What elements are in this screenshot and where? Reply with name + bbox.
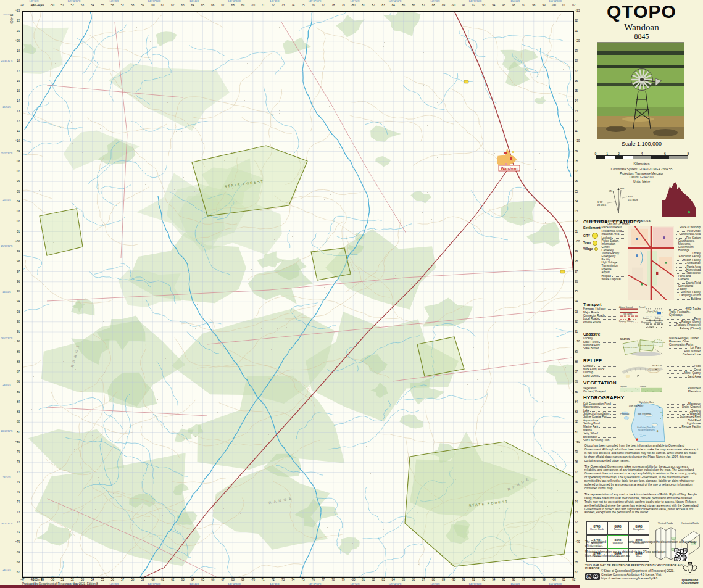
leader-line xyxy=(597,389,617,389)
leader-line xyxy=(667,424,686,424)
grid-number: ⁷50 xyxy=(48,578,57,581)
grid-number: 87 xyxy=(419,578,428,581)
grid-number: 97 xyxy=(520,4,528,7)
legend-panel: QTOPO Wandoan 8845 Scale 1:100,000 01246… xyxy=(580,0,703,588)
grid-number: 51 xyxy=(58,578,67,581)
latitude-label: 26°02'30"S xyxy=(0,337,14,340)
grid-number: ⁷60 xyxy=(148,4,157,7)
grid-number: 82 xyxy=(369,4,378,7)
grid-number: 93 xyxy=(11,310,20,313)
leader-line xyxy=(610,441,617,441)
leader-line xyxy=(599,434,617,434)
legend-row: Rescue Facility xyxy=(666,425,701,428)
grid-number: ⁸00 xyxy=(549,4,558,7)
svg-text:STATE FOREST: STATE FOREST xyxy=(640,344,654,346)
latitude-label: 26°15'S xyxy=(0,569,14,571)
grid-number: 56 xyxy=(108,4,117,7)
projection-line: Projection: Transverse Mercator xyxy=(580,172,703,176)
legend-row: Private Roads xyxy=(583,320,618,323)
scale-tick-label: 0 xyxy=(595,152,597,155)
cover-photo-windmill xyxy=(597,42,684,139)
longitude-label: 149°50'E xyxy=(346,0,364,2)
grid-number: 94 xyxy=(489,4,498,7)
settlement-header: Settlement xyxy=(583,226,601,230)
copyright-statement[interactable]: © State of Queensland (Department of Res… xyxy=(601,569,676,580)
grid-number: 62 xyxy=(168,4,177,7)
grid-number: 61 xyxy=(159,4,167,7)
grid-number: 74 xyxy=(289,578,297,581)
index-cell-8845: 8845 Wandoan xyxy=(607,535,628,549)
leader-line xyxy=(667,322,681,323)
grid-number: 62 xyxy=(168,578,177,581)
topographic-map-canvas[interactable]: STATE FORESTSTATE FORESTRANGERANGERANGEW… xyxy=(22,11,574,578)
section-transport: Transport Freeway, HighwayMajor RoadsCon… xyxy=(583,302,701,330)
leader-line xyxy=(610,273,626,273)
longitude-label: 149°30'E xyxy=(25,0,43,2)
legend-row: Trails, Footpaths, Cycleways xyxy=(666,310,701,317)
index-cell-8846: 8846 Taroom xyxy=(607,521,628,535)
grid-number: 89 xyxy=(11,350,20,354)
grid-number: 52 xyxy=(68,4,77,7)
legend-annotation: Great Walk xyxy=(647,310,658,313)
grid-number: 63 xyxy=(178,578,187,581)
grid-number: ⁷90 xyxy=(449,578,458,581)
declination-arrows: MN GN 8°40' 154 MILS 1°18' 23 MILS xyxy=(584,184,653,217)
latitude-label: 26°00'S xyxy=(0,291,14,294)
leader-line xyxy=(620,234,626,235)
svg-text:GN: GN xyxy=(609,189,612,193)
legend-label: Railway (Closed) xyxy=(680,327,701,330)
settlement-type-row: CITY xyxy=(583,233,601,239)
leader-line xyxy=(676,299,690,300)
svg-text:154 MILS: 154 MILS xyxy=(628,199,638,201)
grid-number: 65 xyxy=(199,578,207,581)
grid-number: 19 xyxy=(11,49,20,52)
legend-row: Cadastral Line xyxy=(666,353,701,356)
disclaimer-paragraph-3: The representation of any road or track … xyxy=(584,493,699,515)
grid-number: 76 xyxy=(11,481,20,484)
leader-line xyxy=(667,421,688,421)
grid-number: 96 xyxy=(509,578,518,581)
qtopo-map-sheet: STATE FORESTSTATE FORESTRANGERANGERANGEW… xyxy=(0,0,703,588)
longitude-label: 149°32'30"E xyxy=(65,0,83,2)
leader-line xyxy=(598,437,617,438)
settlement-type-label: CITY xyxy=(583,234,590,238)
hydrography-sample-graphic xyxy=(619,402,665,442)
grid-number: 83 xyxy=(379,578,388,581)
leader-line xyxy=(676,273,685,274)
grid-number: 03 xyxy=(11,210,20,213)
settlement-type-row: Village xyxy=(583,247,601,251)
legend-row: Parks and Gardens xyxy=(675,275,701,281)
grid-number: 66 xyxy=(209,578,217,581)
legend-label: Courthouses, Museums, Government Buildin… xyxy=(678,239,701,252)
leader-line xyxy=(590,411,617,412)
settlement-column: Settlement CITY Town Village xyxy=(583,226,601,300)
leader-line xyxy=(610,414,617,415)
grid-number: 68 xyxy=(11,561,20,564)
grid-number: 79 xyxy=(11,450,20,453)
latitude-label: 25°57'30"S xyxy=(0,245,14,247)
grid-number: 58 xyxy=(128,4,137,7)
legend-row: Sand Dunes xyxy=(583,374,618,377)
metadata-statement[interactable]: Metadata information can be obtained via… xyxy=(585,550,670,557)
svg-text:NATIONAL PARK: NATIONAL PARK xyxy=(623,346,638,348)
latitude-label: 25°50'S xyxy=(0,106,14,109)
grid-number: 72 xyxy=(268,4,277,7)
leader-line xyxy=(676,289,678,290)
leader-line xyxy=(593,431,617,431)
grid-number: 78 xyxy=(11,460,20,463)
leader-line xyxy=(667,414,689,415)
grid-number: 61 xyxy=(159,578,167,581)
svg-text:23 MILS: 23 MILS xyxy=(597,204,607,207)
settlement-type-row: Town xyxy=(583,241,601,246)
longitude-label: 149°55'E xyxy=(426,0,444,2)
grid-number: 55 xyxy=(98,4,107,7)
grid-number: 96 xyxy=(11,280,20,283)
legend-label: Trails, Footpaths, Cycleways xyxy=(669,310,701,317)
grid-number: 21 xyxy=(11,30,20,33)
leader-line xyxy=(601,323,617,323)
leader-line xyxy=(676,263,686,264)
grid-number: 91 xyxy=(11,330,20,333)
leader-line xyxy=(676,257,678,257)
grid-number: 86 xyxy=(409,578,418,581)
legend-label: Orchard, Vineyard xyxy=(583,390,605,393)
